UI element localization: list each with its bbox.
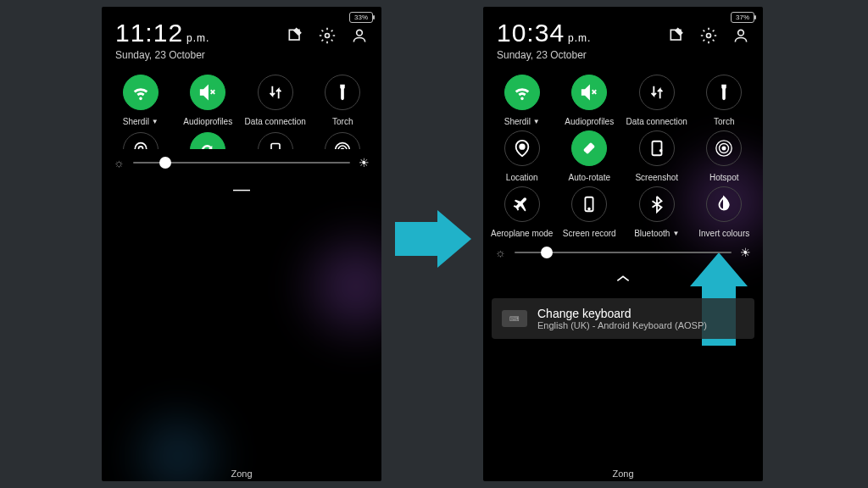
- brightness-high-icon: ☀: [359, 156, 370, 169]
- notification-change-keyboard[interactable]: ⌨ Change keyboard English (UK) - Android…: [492, 298, 754, 339]
- tile-label: Hotspot: [709, 171, 738, 183]
- tile-label: Audioprofiles: [183, 115, 232, 127]
- brightness-slider[interactable]: ☼ ☀: [483, 239, 763, 266]
- tile-label: Bluetooth▼: [634, 227, 679, 239]
- tile-screenshot-partial[interactable]: [258, 132, 293, 149]
- svg-point-19: [588, 208, 590, 210]
- notification-title: Change keyboard: [537, 307, 707, 320]
- annotation-arrow-right: [395, 222, 437, 256]
- tile-torch[interactable]: Torch: [309, 75, 377, 127]
- carrier-label: Zong: [102, 469, 381, 479]
- tile-label: Invert colours: [698, 227, 749, 239]
- tile-rotate-partial[interactable]: [190, 132, 225, 149]
- bt-icon: [639, 186, 675, 222]
- svg-point-1: [326, 34, 330, 38]
- tile-label: Location: [506, 171, 538, 183]
- settings-icon[interactable]: [700, 27, 717, 44]
- settings-icon[interactable]: [319, 27, 336, 44]
- keyboard-icon: ⌨: [502, 310, 527, 327]
- battery-indicator: 33%: [349, 12, 373, 23]
- tile-label: Screenshot: [635, 171, 678, 183]
- rotate-icon: [571, 130, 607, 166]
- tile-hotspot-partial[interactable]: [325, 132, 360, 149]
- tile-label: Aeroplane mode: [491, 227, 553, 239]
- svg-point-11: [520, 144, 525, 149]
- svg-point-10: [738, 30, 744, 36]
- svg-rect-12: [583, 142, 595, 154]
- svg-point-15: [722, 147, 726, 150]
- tile-label: Sherdil▼: [504, 115, 540, 127]
- phone-panel-left: 33% 11:12p.m. Sunday, 23 October Sherdil…: [102, 7, 381, 481]
- svg-rect-13: [652, 141, 661, 156]
- drag-handle[interactable]: —: [102, 176, 381, 202]
- tile-data[interactable]: Data connection: [242, 75, 309, 127]
- tile-label: Sherdil▼: [123, 115, 159, 127]
- chevron-down-icon: ▼: [672, 230, 679, 237]
- tile-label: Data connection: [245, 115, 306, 127]
- chevron-down-icon: ▼: [152, 118, 159, 125]
- edit-icon[interactable]: [287, 27, 303, 44]
- clock-date: Sunday, 23 October: [497, 49, 668, 61]
- screenshot-icon: [639, 130, 675, 166]
- clock-date: Sunday, 23 October: [115, 49, 287, 61]
- tile-hotspot[interactable]: Hotspot: [691, 130, 759, 183]
- tile-invert[interactable]: Invert colours: [691, 186, 759, 239]
- battery-indicator: 37%: [731, 12, 754, 23]
- tile-rotate[interactable]: Auto-rotate: [556, 130, 624, 183]
- tile-label: Screen record: [563, 227, 616, 239]
- hotspot-icon: [706, 130, 742, 166]
- data-icon: [639, 75, 675, 110]
- tile-screenshot[interactable]: Screenshot: [623, 130, 691, 183]
- tile-wifi[interactable]: Sherdil▼: [488, 75, 556, 127]
- tile-label: Auto-rotate: [569, 171, 610, 183]
- torch-icon: [706, 75, 742, 110]
- tile-location-partial[interactable]: [123, 132, 159, 149]
- clock-time: 11:12p.m.: [115, 19, 287, 47]
- tile-mute[interactable]: Audioprofiles: [556, 75, 624, 127]
- invert-icon: [706, 186, 742, 222]
- tile-torch[interactable]: Torch: [691, 75, 759, 127]
- brightness-low-icon: ☼: [114, 156, 125, 169]
- edit-icon[interactable]: [668, 27, 685, 44]
- chevron-down-icon: ▼: [533, 118, 540, 125]
- svg-point-14: [659, 150, 661, 152]
- phone-panel-right: 37% 10:34p.m. Sunday, 23 October Sherdil…: [483, 7, 763, 481]
- brightness-low-icon: ☼: [495, 246, 506, 259]
- location-icon: [504, 130, 540, 166]
- status-bar: 37%: [731, 12, 754, 23]
- clock-time: 10:34p.m.: [497, 19, 668, 47]
- brightness-high-icon: ☀: [740, 246, 751, 259]
- tile-label: Torch: [332, 115, 353, 127]
- wifi-icon: [123, 75, 159, 110]
- tile-location[interactable]: Location: [488, 130, 556, 183]
- tile-record[interactable]: Screen record: [556, 186, 624, 239]
- profile-icon[interactable]: [732, 27, 749, 44]
- tile-label: Torch: [714, 115, 734, 127]
- torch-icon: [325, 75, 360, 110]
- notification-subtitle: English (UK) - Android Keyboard (AOSP): [537, 320, 707, 330]
- tile-mute[interactable]: Audioprofiles: [175, 75, 242, 127]
- tile-label: Data connection: [626, 115, 687, 127]
- mute-icon: [571, 75, 607, 110]
- tile-bt[interactable]: Bluetooth▼: [623, 186, 691, 239]
- data-icon: [258, 75, 293, 110]
- mute-icon: [190, 75, 225, 110]
- svg-point-2: [357, 30, 363, 36]
- tile-wifi[interactable]: Sherdil▼: [107, 75, 175, 127]
- status-bar: 33%: [349, 12, 373, 23]
- wifi-icon: [504, 75, 540, 110]
- svg-point-9: [707, 34, 711, 38]
- carrier-label: Zong: [483, 469, 763, 479]
- plane-icon: [504, 186, 540, 222]
- tile-data[interactable]: Data connection: [623, 75, 691, 127]
- brightness-slider[interactable]: ☼ ☀: [102, 149, 381, 176]
- record-icon: [571, 186, 607, 222]
- profile-icon[interactable]: [351, 27, 368, 44]
- tile-label: Audioprofiles: [565, 115, 614, 127]
- tile-plane[interactable]: Aeroplane mode: [488, 186, 556, 239]
